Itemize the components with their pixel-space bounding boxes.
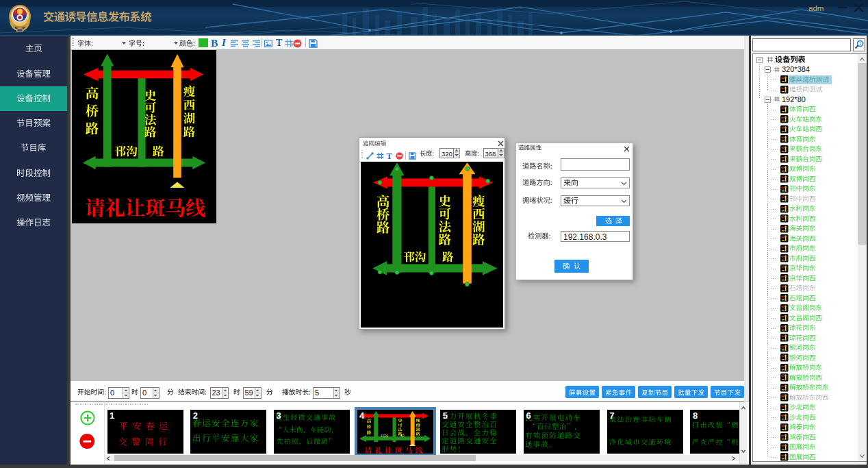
svg-text:50: 50 xyxy=(400,433,405,437)
svg-text:1024: 1024 xyxy=(381,433,388,437)
